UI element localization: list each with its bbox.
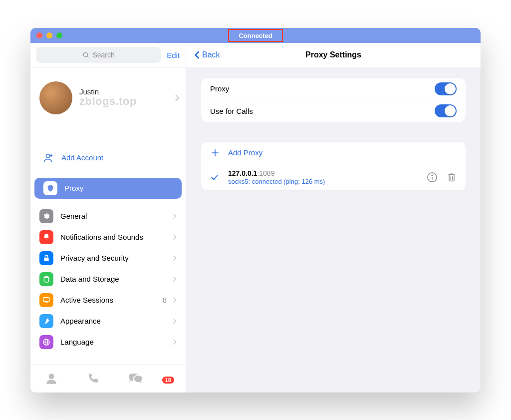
plus-icon	[210, 148, 220, 158]
chevron-right-icon	[173, 318, 177, 325]
minimize-window-button[interactable]	[46, 32, 52, 38]
svg-rect-8	[43, 297, 49, 301]
sidebar-item-sessions[interactable]: Active Sessions 8	[30, 290, 186, 311]
proxy-item[interactable]: 127.0.0.1:1089 socks5: connected (ping: …	[201, 164, 466, 190]
toggle-switch[interactable]	[435, 82, 457, 95]
chevron-right-icon	[173, 297, 177, 304]
sidebar-item-data[interactable]: Data and Storage	[30, 269, 186, 290]
profile-subtitle: zblogs.top	[79, 95, 137, 108]
sidebar-item-label: Notifications and Sounds	[60, 233, 143, 241]
proxy-toggle-label: Proxy	[210, 84, 229, 93]
toggle-switch[interactable]	[435, 104, 457, 117]
chevron-right-icon	[173, 339, 177, 346]
back-label: Back	[202, 50, 220, 59]
zoom-window-button[interactable]	[56, 32, 62, 38]
chevron-right-icon	[173, 255, 177, 262]
sidebar-item-label: Data and Storage	[60, 275, 119, 283]
content-header: Back Proxy Settings	[186, 43, 481, 68]
brush-icon	[39, 314, 53, 328]
app-window: Connected Search Edit Justin zblogs.top	[30, 28, 481, 393]
use-for-calls-toggle-row[interactable]: Use for Calls	[201, 100, 466, 122]
chevron-right-icon	[173, 276, 177, 283]
proxy-status: socks5: connected (ping: 126 ms)	[228, 178, 325, 185]
notification-badge: 18	[161, 376, 175, 385]
back-button[interactable]: Back	[194, 50, 220, 59]
connection-status: Connected	[234, 31, 277, 39]
search-icon	[82, 51, 89, 58]
sidebar-item-label: Proxy	[64, 184, 83, 192]
svg-point-7	[44, 276, 48, 278]
chat-icon	[128, 373, 142, 385]
sidebar-item-privacy[interactable]: Privacy and Security	[30, 248, 186, 269]
sidebar-item-language[interactable]: Language	[30, 332, 186, 353]
monitor-icon	[39, 293, 53, 307]
svg-point-19	[432, 174, 433, 175]
sidebar-item-label: General	[60, 212, 87, 220]
svg-rect-6	[44, 257, 48, 261]
svg-point-14	[49, 374, 54, 379]
edit-button[interactable]: Edit	[167, 51, 180, 59]
proxy-host: 127.0.0.1:1089	[228, 169, 325, 177]
person-icon	[45, 372, 58, 385]
search-placeholder: Search	[92, 51, 114, 59]
sidebar-item-proxy[interactable]: Proxy	[34, 178, 182, 199]
profile-row[interactable]: Justin zblogs.top	[30, 73, 186, 123]
proxy-toggle-row[interactable]: Proxy	[201, 78, 466, 100]
add-proxy-button[interactable]: Add Proxy	[201, 142, 466, 164]
add-proxy-label: Add Proxy	[228, 148, 262, 157]
page-title: Proxy Settings	[305, 50, 361, 59]
trash-icon	[447, 172, 457, 183]
svg-point-0	[84, 52, 88, 56]
add-account-label: Add Account	[61, 153, 103, 162]
add-account-button[interactable]: Add Account	[30, 147, 186, 169]
sessions-count: 8	[163, 296, 167, 304]
sidebar-item-notifications[interactable]: Notifications and Sounds	[30, 227, 186, 248]
database-icon	[39, 272, 53, 286]
gear-icon	[39, 209, 53, 223]
tab-chats[interactable]	[128, 373, 142, 385]
tab-calls[interactable]	[87, 373, 99, 385]
add-person-icon	[42, 152, 53, 163]
svg-line-1	[87, 56, 89, 58]
svg-point-2	[46, 154, 49, 157]
avatar	[39, 81, 72, 114]
globe-icon	[39, 335, 53, 349]
search-input[interactable]: Search	[36, 47, 161, 63]
info-button[interactable]	[427, 172, 438, 183]
tabbar: 18	[30, 365, 186, 393]
chevron-right-icon	[173, 234, 177, 241]
sidebar-item-label: Active Sessions	[60, 296, 113, 304]
titlebar: Connected	[30, 28, 481, 43]
shield-icon	[43, 181, 57, 195]
sidebar-item-label: Appearance	[60, 317, 101, 325]
chevron-right-icon	[173, 213, 177, 220]
close-window-button[interactable]	[36, 32, 42, 38]
info-icon	[427, 172, 438, 183]
sidebar-item-general[interactable]: General	[30, 206, 186, 227]
window-controls	[36, 32, 62, 38]
lock-icon	[39, 251, 53, 265]
use-for-calls-label: Use for Calls	[210, 107, 253, 115]
sidebar-item-label: Privacy and Security	[60, 254, 129, 262]
delete-button[interactable]	[447, 172, 457, 183]
sidebar-item-label: Language	[60, 338, 94, 346]
proxy-list-card: Add Proxy 127.0.0.1:1089 socks5: connect…	[201, 142, 466, 190]
svg-rect-20	[449, 175, 454, 181]
phone-icon	[87, 373, 99, 385]
proxy-toggles-card: Proxy Use for Calls	[201, 78, 466, 122]
chevron-right-icon	[175, 94, 180, 102]
check-icon	[210, 173, 220, 182]
bell-icon	[39, 230, 53, 244]
sidebar-item-appearance[interactable]: Appearance	[30, 311, 186, 332]
sidebar: Search Edit Justin zblogs.top	[30, 43, 186, 393]
tab-contacts[interactable]	[45, 372, 58, 385]
chevron-left-icon	[194, 50, 200, 59]
